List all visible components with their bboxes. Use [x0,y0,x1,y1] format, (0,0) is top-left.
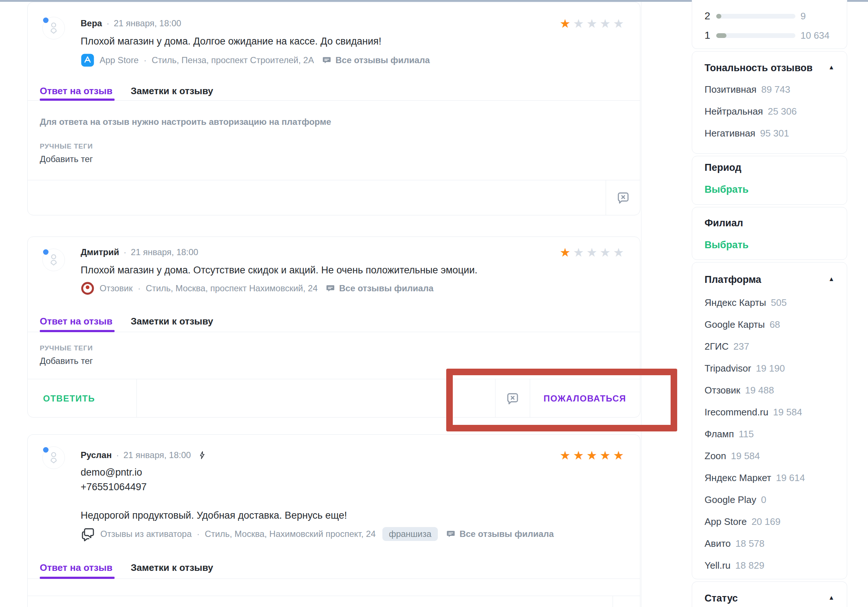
platform-count: 19 584 [731,450,760,462]
platform-item-tripadvisor[interactable]: Tripadvisor19 190 [705,357,836,379]
footer-cell-divider [136,379,137,418]
platform-item-avito[interactable]: Авито18 578 [705,532,836,554]
tab-review-notes[interactable]: Заметки к отзыву [131,316,213,327]
collapse-arrow-icon[interactable]: ▲ [828,594,834,602]
manual-tags-label: РУЧНЫЕ ТЕГИ [40,344,93,352]
rating-bar-row[interactable]: 1 10 634 [705,29,836,41]
active-tab-underline [40,330,115,332]
star-icon: ★ [560,17,570,29]
platform-item-yandex-maps[interactable]: Яндекс Карты505 [705,292,836,314]
activator-reviews-icon [81,527,95,541]
branch-address: Стиль, Москва, Нахимовский проспект, 24 [205,529,375,539]
platform-count: 505 [771,297,787,309]
platform-item-zoon[interactable]: Zoon19 584 [705,445,836,467]
platform-name: Отзывы из активатора [100,529,192,539]
review-card: Руслан · 21 января, 18:00 ★★★★★ demo@pnt… [27,434,640,607]
active-tab-underline [40,99,115,101]
platform-row: App Store · Стиль, Пенза, проспект Строи… [81,53,430,67]
platform-item-yandex-market[interactable]: Яндекс Маркет19 614 [705,467,836,489]
branch-title: Филиал [705,217,743,229]
period-title: Период [705,162,741,173]
add-tag-button[interactable]: Добавить тег [40,154,93,164]
rating-bar-fill [716,14,721,19]
platform-count: 115 [739,428,754,440]
star-icon: ★ [586,246,597,258]
review-text: Плохой магазин у дома. Отсутствие скидок… [81,265,477,276]
platform-item-otzovik[interactable]: Отзовик19 488 [705,379,836,401]
branch-address: Стиль, Москва, проспект Нахимовский, 24 [146,283,318,293]
tonality-item-positive[interactable]: Позитивная 89 743 [705,79,836,100]
rating-bar-row[interactable]: 2 9 [705,10,836,22]
tonality-item-negative[interactable]: Негативная 95 301 [705,122,836,144]
all-branch-reviews-link[interactable]: Все отзывы филиала [446,529,554,539]
complain-icon-button[interactable] [606,180,641,215]
review-tabs: Ответ на отзыв Заметки к отзыву [40,316,213,327]
platform-item-app-store[interactable]: App Store20 169 [705,511,836,532]
tonality-item-neutral[interactable]: Нейтральная 25 306 [705,100,836,122]
star-icon: ★ [586,449,597,461]
unread-dot-icon [43,447,48,453]
tab-reply-to-review[interactable]: Ответ на отзыв [40,85,112,97]
rating-bar-track [716,33,795,38]
period-filter-card: Период Выбрать [692,156,847,205]
annotation-highlight-box [446,369,677,432]
platform-item-google-play[interactable]: Google Play0 [705,489,836,511]
platform-row: Отзовик · Стиль, Москва, проспект Нахимо… [81,281,434,295]
collapse-arrow-icon[interactable]: ▲ [828,64,834,71]
platform-label: Яндекс Карты [705,297,766,309]
review-author: Руслан [81,450,112,460]
app-store-icon [81,53,95,67]
review-header: Руслан · 21 января, 18:00 [81,450,207,460]
rating-bar-track [716,14,795,19]
platform-item-flamp[interactable]: Фламп115 [705,423,836,445]
platform-label: Фламп [705,428,734,440]
dot-separator: · [138,283,141,293]
all-branch-reviews-link[interactable]: Все отзывы филиала [322,55,430,65]
review-header: Дмитрий · 21 января, 18:00 [81,247,198,257]
star-icon: ★ [613,17,624,29]
star-icon: ★ [573,17,584,29]
reviewer-phone: +76551064497 [81,481,147,493]
tonality-title: Тональность отзывов [705,62,812,74]
platform-label: Google Карты [705,319,765,330]
platform-count: 0 [761,494,766,506]
platform-item-google-maps[interactable]: Google Карты68 [705,314,836,335]
tab-reply-to-review[interactable]: Ответ на отзыв [40,316,112,327]
star-icon: ★ [613,246,624,258]
platform-label: Авито [705,538,731,550]
tab-review-notes[interactable]: Заметки к отзыву [131,562,213,573]
branch-select-link[interactable]: Выбрать [705,239,749,251]
complain-bubble-x-icon [615,190,631,206]
platform-item-yell[interactable]: Yell.ru18 829 [705,554,836,576]
footer-cell-divider [612,596,613,607]
tabs-divider [28,100,640,101]
speech-bubble-icon [322,56,332,65]
tonality-count: 95 301 [760,128,789,139]
platform-label: Отзовик [705,385,740,396]
reply-button[interactable]: ОТВЕТИТЬ [43,379,95,418]
rating-stars: ★★★★★ [560,17,624,29]
platform-filter-card: Платформа ▲ Яндекс Карты505 Google Карты… [692,262,847,579]
platform-count: 68 [769,319,780,330]
platform-label: 2ГИС [705,341,728,352]
platform-item-irecommend[interactable]: Irecommend.ru19 584 [705,401,836,423]
platform-label: Google Play [705,494,756,506]
platform-list: Яндекс Карты505 Google Карты68 2ГИС237 T… [705,292,836,576]
collapse-arrow-icon[interactable]: ▲ [828,276,834,283]
manual-tags-label: РУЧНЫЕ ТЕГИ [40,142,93,151]
platform-count: 19 190 [756,363,785,374]
status-title: Статус [705,593,738,604]
platform-item-2gis[interactable]: 2ГИС237 [705,335,836,357]
tab-review-notes[interactable]: Заметки к отзыву [131,85,213,97]
speech-bubble-icon [446,529,456,539]
all-branch-reviews-label: Все отзывы филиала [335,55,430,65]
review-text: Недорогой продуктовый. Удобная доставка.… [81,510,347,521]
star-icon: ★ [613,449,624,461]
period-select-link[interactable]: Выбрать [705,184,749,195]
rating-stars: ★★★★★ [560,246,624,258]
platform-name: Отзовик [99,283,132,293]
platform-count: 18 829 [735,560,764,571]
all-branch-reviews-link[interactable]: Все отзывы филиала [326,283,434,293]
tab-reply-to-review[interactable]: Ответ на отзыв [40,562,112,573]
add-tag-button[interactable]: Добавить тег [40,356,93,366]
